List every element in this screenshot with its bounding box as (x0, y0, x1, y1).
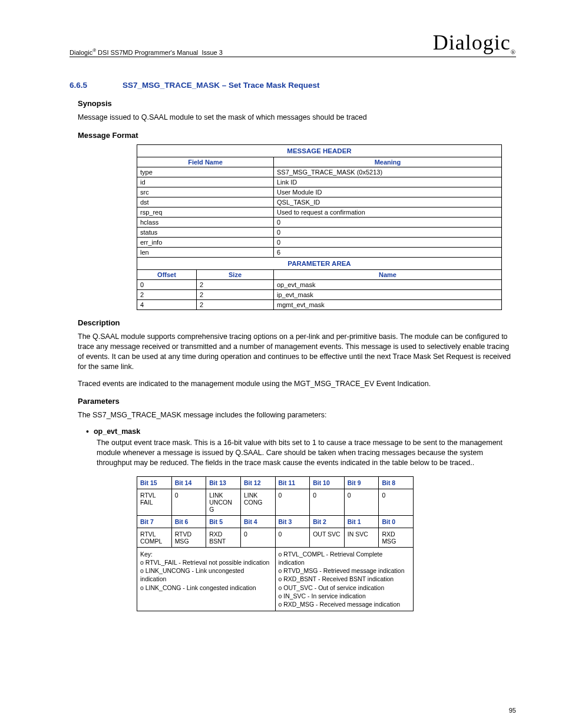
table-row: rsp_reqUsed to request a confirmation (137, 207, 502, 218)
key-right: o RTVL_COMPL - Retrieval Complete indica… (275, 547, 414, 611)
table-row: typeSS7_MSG_TRACE_MASK (0x5213) (137, 167, 502, 177)
description-text-2: Traced events are indicated to the manag… (78, 379, 516, 389)
param-bullet: • op_evt_mask (86, 427, 516, 436)
table-row: status0 (137, 228, 502, 238)
bit-header: Bit 5 (206, 515, 241, 528)
param-body: The output event trace mask. This is a 1… (97, 438, 516, 468)
bit-cell: RTVL FAIL (137, 489, 172, 515)
page-header: Dialogic® DSI SS7MD Programmer's Manual … (70, 32, 516, 57)
bit-cell: 0 (275, 489, 310, 515)
description-heading: Description (78, 318, 516, 327)
bit-header: Bit 7 (137, 515, 172, 528)
description-text-1: The Q.SAAL module supports comprehensive… (78, 332, 516, 372)
bit-cell: RXD BSNT (206, 528, 241, 547)
bit-cell: 0 (171, 489, 206, 515)
table-row: 02op_evt_mask (137, 280, 502, 290)
parameters-intro: The SS7_MSG_TRACE_MASK message includes … (78, 410, 516, 420)
bit-cell: IN SVC (344, 528, 379, 547)
key-left: Key:o RTVL_FAIL - Retrieval not possible… (137, 547, 276, 611)
bullet-icon: • (86, 427, 89, 436)
table-row: hclass0 (137, 218, 502, 228)
bit-cell: LINK CONG (240, 489, 275, 515)
table-row: 22ip_evt_mask (137, 290, 502, 300)
bit-cell: LINK UNCON G (206, 489, 241, 515)
table-row: len6 (137, 248, 502, 258)
bit-cell: RTVD MSG (171, 528, 206, 547)
section-heading: 6.6.5SS7_MSG_TRACE_MASK – Set Trace Mask… (70, 81, 516, 90)
parameters-heading: Parameters (78, 397, 516, 406)
doc-title: Dialogic® DSI SS7MD Programmer's Manual … (70, 48, 223, 56)
bit-cell: 0 (344, 489, 379, 515)
logo: Dialogic® (433, 32, 516, 55)
table-row: idLink ID (137, 177, 502, 187)
bit-header: Bit 14 (171, 476, 206, 489)
bit-header: Bit 9 (344, 476, 379, 489)
table-row: 42mgmt_evt_mask (137, 300, 502, 310)
bits-table: Bit 15Bit 14Bit 13Bit 12Bit 11Bit 10Bit … (137, 476, 414, 611)
bit-header: Bit 12 (240, 476, 275, 489)
bit-cell: RXD MSG (379, 528, 414, 547)
synopsis-text: Message issued to Q.SAAL module to set t… (78, 113, 516, 123)
bit-header: Bit 6 (171, 515, 206, 528)
table-row: dstQSL_TASK_ID (137, 197, 502, 207)
bit-header: Bit 8 (379, 476, 414, 489)
message-header-table: MESSAGE HEADER Field Name Meaning typeSS… (137, 144, 502, 310)
bit-cell: 0 (310, 489, 345, 515)
bit-header: Bit 0 (379, 515, 414, 528)
bit-header: Bit 1 (344, 515, 379, 528)
bit-cell: RTVL COMPL (137, 528, 172, 547)
bit-header: Bit 11 (275, 476, 310, 489)
table-row: err_info0 (137, 238, 502, 248)
bit-cell: 0 (275, 528, 310, 547)
message-format-heading: Message Format (78, 131, 516, 140)
bit-header: Bit 2 (310, 515, 345, 528)
table-row: srcUser Module ID (137, 187, 502, 197)
bit-cell: OUT SVC (310, 528, 345, 547)
bit-header: Bit 10 (310, 476, 345, 489)
bit-cell: 0 (240, 528, 275, 547)
bit-header: Bit 3 (275, 515, 310, 528)
bit-header: Bit 15 (137, 476, 172, 489)
bit-cell: 0 (379, 489, 414, 515)
bit-header: Bit 13 (206, 476, 241, 489)
synopsis-heading: Synopsis (78, 99, 516, 108)
bit-header: Bit 4 (240, 515, 275, 528)
